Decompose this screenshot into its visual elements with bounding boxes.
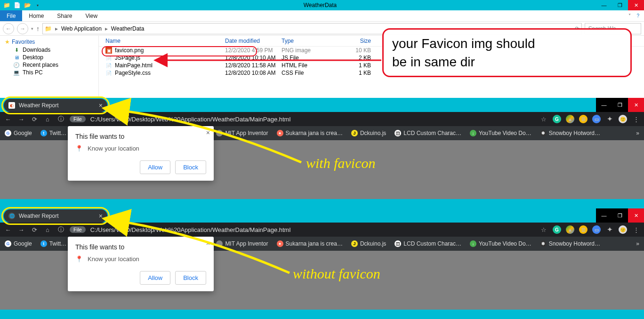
nav-up-button[interactable]: ↑ <box>36 25 40 32</box>
help-icon[interactable]: ? <box>636 13 639 18</box>
allow-button[interactable]: Allow <box>140 160 170 174</box>
nav-back-button[interactable]: ← <box>4 116 12 123</box>
close-button[interactable]: ✕ <box>628 98 644 112</box>
ext-drive-icon[interactable]: ▲ <box>566 115 574 123</box>
bookmark-star-icon[interactable]: ☆ <box>539 226 548 233</box>
ext-drive-icon[interactable]: ▲ <box>566 225 574 234</box>
tab-title: Weather Report <box>19 213 59 219</box>
dialog-title: This file wants to <box>75 133 206 140</box>
ext-blue-icon[interactable]: ▭ <box>592 225 601 234</box>
reload-button[interactable]: ⟳ <box>30 226 39 233</box>
col-type[interactable]: Type <box>282 38 338 44</box>
nav-back-button[interactable]: ← <box>3 23 14 34</box>
close-button[interactable]: ✕ <box>628 208 644 223</box>
nav-forward-button[interactable]: → <box>17 23 28 34</box>
bookmarks-overflow-icon[interactable]: » <box>636 240 639 247</box>
block-button[interactable]: Block <box>175 160 206 174</box>
sidebar-item-recent[interactable]: 🕘Recent places <box>0 61 98 69</box>
ext-yellow-icon[interactable]: ☰ <box>579 115 588 123</box>
bookmark-item[interactable]: ◫LCD Custom Charac… <box>394 240 461 247</box>
profile-avatar[interactable]: 🙂 <box>619 115 627 123</box>
bookmarks-overflow-icon[interactable]: » <box>636 130 639 136</box>
bookmark-item[interactable]: GGoogle <box>5 130 32 136</box>
browser-tab[interactable]: ◐ Weather Report × <box>4 99 107 112</box>
nav-back-button[interactable]: ← <box>4 226 12 233</box>
extensions-icon[interactable]: ✦ <box>605 115 614 123</box>
ribbon-tab-view[interactable]: View <box>79 13 104 19</box>
bookmark-star-icon[interactable]: ☆ <box>539 116 548 123</box>
maximize-button[interactable]: ❐ <box>612 98 628 112</box>
ext-grammarly-icon[interactable]: G <box>553 115 561 123</box>
nav-forward-button[interactable]: → <box>17 226 25 233</box>
breadcrumb-segment[interactable]: WeatherData <box>111 25 144 32</box>
ribbon-tab-home[interactable]: Home <box>22 13 50 19</box>
bookmark-item[interactable]: ❄Snowboy Hotword… <box>540 240 600 247</box>
ribbon-tab-file[interactable]: File <box>0 10 22 21</box>
menu-icon[interactable]: ⋮ <box>632 226 640 233</box>
url-text[interactable]: C:/Users/VAIO/Desktop/Web%20Application/… <box>90 226 291 233</box>
permission-dialog: × This file wants to 📍Know your location… <box>68 237 214 291</box>
menu-icon[interactable]: ⋮ <box>632 116 640 123</box>
bookmark-item[interactable]: tTwitt… <box>40 240 67 247</box>
js-file-icon: 📄 <box>105 55 112 61</box>
sidebar-item-thispc[interactable]: 💻This PC <box>0 69 98 76</box>
bookmark-item[interactable]: ●Sukarna jana is crea… <box>277 130 343 136</box>
minimize-button[interactable]: ― <box>596 0 612 10</box>
home-button[interactable]: ⌂ <box>43 116 52 123</box>
col-name[interactable]: Name <box>103 38 225 44</box>
col-date[interactable]: Date modified <box>225 38 282 44</box>
minimize-button[interactable]: ― <box>596 98 612 112</box>
bookmark-item[interactable]: JDckuino.js <box>351 130 386 136</box>
open-folder-icon[interactable]: 📂 <box>24 1 31 9</box>
tab-close-icon[interactable]: × <box>99 102 103 109</box>
download-icon: ↓ <box>470 240 476 247</box>
home-button[interactable]: ⌂ <box>43 226 52 233</box>
sidebar-item-desktop[interactable]: 🖥Desktop <box>0 54 98 61</box>
bookmark-item[interactable]: tTwitt… <box>40 130 67 136</box>
bookmark-item[interactable]: GGoogle <box>5 240 32 247</box>
col-size[interactable]: Size <box>338 38 371 44</box>
url-text[interactable]: C:/Users/VAIO/Desktop/Web%20Application/… <box>90 116 291 123</box>
site-info-icon[interactable]: ⓘ <box>56 225 65 234</box>
minimize-button[interactable]: ― <box>596 208 612 223</box>
browser-tab[interactable]: 🌐 Weather Report × <box>4 209 107 223</box>
window-title: WeatherData <box>44 0 596 10</box>
maximize-button[interactable]: ❐ <box>612 0 628 10</box>
browser-window-without-favicon: 🌐 Weather Report × ― ❐ ✕ ← → ⟳ ⌂ ⓘ File … <box>0 208 644 310</box>
breadcrumb-segment[interactable]: Web Application <box>61 25 102 32</box>
site-info-icon[interactable]: ⓘ <box>56 115 65 123</box>
ext-grammarly-icon[interactable]: G <box>553 225 561 234</box>
close-button[interactable]: ✕ <box>628 0 644 10</box>
reload-button[interactable]: ⟳ <box>30 116 39 123</box>
profile-avatar[interactable]: 🙂 <box>619 225 627 234</box>
ext-blue-icon[interactable]: ▭ <box>592 115 601 123</box>
ribbon-tab-share[interactable]: Share <box>50 13 79 19</box>
bookmark-item[interactable]: MIT App Inventor <box>216 130 268 136</box>
ribbon-expand-icon[interactable]: ˅ <box>628 13 631 18</box>
snowboy-icon: ❄ <box>540 130 547 136</box>
nav-recent-dropdown[interactable]: ▾ <box>31 26 33 31</box>
maximize-button[interactable]: ❐ <box>612 208 628 223</box>
bookmark-item[interactable]: ↓YouTube Video Do… <box>470 240 531 247</box>
allow-button[interactable]: Allow <box>140 271 170 285</box>
dialog-close-icon[interactable]: × <box>206 129 210 136</box>
new-doc-icon[interactable]: 📄 <box>13 1 21 9</box>
bookmark-item[interactable]: JDckuino.js <box>351 240 386 247</box>
qat-dropdown-icon[interactable]: ▾ <box>34 1 41 9</box>
sidebar-favorites-header[interactable]: ★ Favorites <box>0 38 98 46</box>
favorites-label: Favorites <box>12 39 35 45</box>
extensions-icon[interactable]: ✦ <box>605 225 614 234</box>
dialog-close-icon[interactable]: × <box>206 239 210 247</box>
bookmark-item[interactable]: ❄Snowboy Hotword… <box>540 130 600 136</box>
bookmark-item[interactable]: ◫LCD Custom Charac… <box>394 130 461 136</box>
omnibar: ← → ⟳ ⌂ ⓘ File C:/Users/VAIO/Desktop/Web… <box>0 112 644 126</box>
tab-close-icon[interactable]: × <box>99 212 103 220</box>
bookmark-item[interactable]: ●Sukarna jana is crea… <box>277 240 343 247</box>
sidebar-item-downloads[interactable]: ⬇Downloads <box>0 46 98 54</box>
bookmark-item[interactable]: ↓YouTube Video Do… <box>470 130 531 136</box>
block-button[interactable]: Block <box>175 271 206 285</box>
bookmark-item[interactable]: MIT App Inventor <box>216 240 268 247</box>
ext-yellow-icon[interactable]: ☰ <box>579 225 588 234</box>
nav-forward-button[interactable]: → <box>17 116 25 123</box>
css-file-icon: 📄 <box>105 70 112 76</box>
